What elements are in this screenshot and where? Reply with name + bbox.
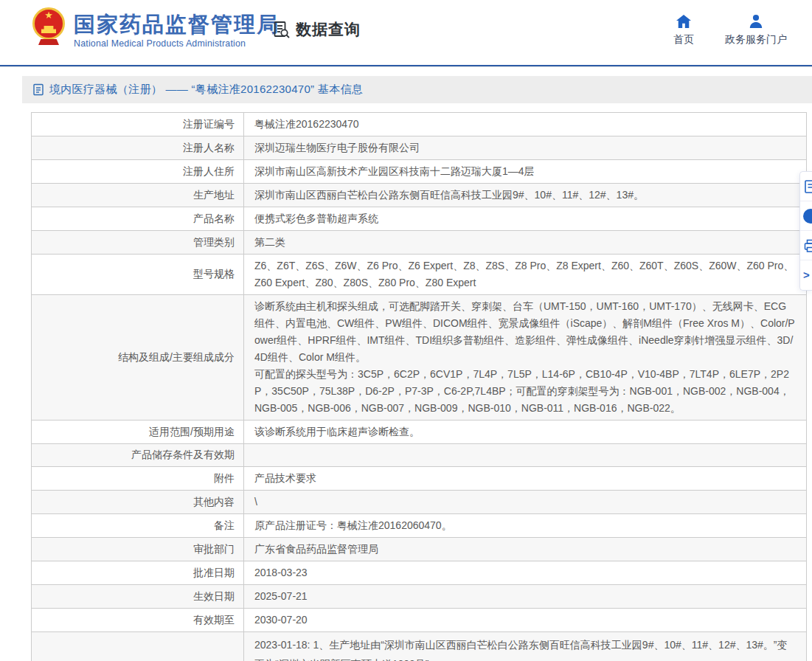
agency-logo[interactable]: ★ [30, 7, 68, 45]
row-label: 产品名称 [32, 207, 244, 230]
row-label: 有效期至 [32, 609, 244, 631]
row-value: 该诊断系统用于临床超声诊断检查。 [244, 421, 806, 443]
row-label: 注册证编号 [32, 113, 244, 136]
row-value: 2023-01-18: 1、生产地址由“深圳市南山区西丽白芒松白公路东侧百旺信高… [244, 632, 806, 661]
agency-name-cn: 国家药品监督管理局 [74, 13, 280, 36]
table-row: 适用范围/预期用途该诊断系统用于临床超声诊断检查。 [32, 421, 806, 444]
row-label: 生产地址 [32, 184, 244, 207]
table-row: 生效日期2025-07-21 [32, 585, 806, 609]
national-emblem-icon: ★ [32, 7, 65, 40]
breadcrumb: 境内医疗器械（注册） —— “粤械注准20162230470” 基本信息 [22, 76, 812, 103]
side-toolbar: > [799, 171, 812, 291]
row-label: 附件 [32, 467, 244, 490]
nav-gov-portal[interactable]: 政务服务门户 [725, 14, 787, 46]
row-label: 审批部门 [32, 538, 244, 561]
table-row: 结构及组成/主要组成成分诊断系统由主机和探头组成，可选配脚踏开关、穿刺架、台车（… [32, 295, 806, 421]
printer-icon [803, 238, 812, 253]
table-row: 其他内容\ [32, 491, 806, 514]
row-label: 产品储存条件及有效期 [32, 444, 244, 466]
home-icon [676, 14, 692, 29]
header-divider-thin [0, 66, 812, 67]
row-label: 批准日期 [32, 561, 244, 584]
side-badge-button[interactable] [800, 201, 812, 231]
row-label: 型号规格 [32, 255, 244, 294]
row-value: 第二类 [244, 231, 806, 254]
row-value: 诊断系统由主机和探头组成，可选配脚踏开关、穿刺架、台车（UMT-150，UMT-… [244, 295, 806, 420]
table-row: 附件产品技术要求 [32, 467, 806, 491]
row-label: 注册人住所 [32, 160, 244, 183]
side-print-button[interactable] [800, 231, 812, 260]
star-icon: ★ [44, 10, 53, 21]
row-value: 便携式彩色多普勒超声系统 [244, 207, 806, 230]
table-row: 管理类别第二类 [32, 231, 806, 255]
row-value: \ [244, 491, 806, 513]
table-row: 注册人住所深圳市南山区高新技术产业园区科技南十二路迈瑞大厦1—4层 [32, 160, 806, 184]
row-value: 深圳市南山区高新技术产业园区科技南十二路迈瑞大厦1—4层 [244, 160, 806, 183]
row-value: 深圳迈瑞生物医疗电子股份有限公司 [244, 136, 806, 159]
table-row: 有效期至2030-07-20 [32, 609, 806, 632]
row-value: 原产品注册证号：粤械注准20162060470。 [244, 514, 806, 537]
table-row: 产品名称便携式彩色多普勒超声系统 [32, 207, 806, 231]
data-query-label: 数据查询 [296, 19, 361, 40]
gate-icon [41, 26, 56, 33]
row-label: 适用范围/预期用途 [32, 421, 244, 443]
nav-gov-portal-label: 政务服务门户 [725, 33, 787, 46]
table-row: 型号规格Z6、Z6T、Z6S、Z6W、Z6 Pro、Z6 Expert、Z8、Z… [32, 255, 806, 295]
row-label: 注册人名称 [32, 136, 244, 159]
row-value: Z6、Z6T、Z6S、Z6W、Z6 Pro、Z6 Expert、Z8、Z8S、Z… [244, 255, 806, 294]
row-label: 备注 [32, 514, 244, 537]
table-row: 注册证编号粤械注准20162230470 [32, 113, 806, 136]
side-collapse-button[interactable]: > [800, 260, 812, 290]
badge-circle-icon [803, 209, 812, 224]
table-row: 批准日期2018-03-23 [32, 561, 806, 585]
row-label: 管理类别 [32, 231, 244, 254]
document-icon [803, 179, 812, 194]
page-header: ★ 国家药品监督管理局 National Medical Products Ad… [0, 0, 812, 65]
row-label: 变更情况 [32, 632, 244, 661]
registration-table: 注册证编号粤械注准20162230470注册人名称深圳迈瑞生物医疗电子股份有限公… [31, 112, 807, 661]
table-row: 审批部门广东省食品药品监督管理局 [32, 538, 806, 561]
row-value: 广东省食品药品监督管理局 [244, 538, 806, 561]
table-row: 生产地址深圳市南山区西丽白芒松白公路东侧百旺信高科技工业园9#、10#、11#、… [32, 184, 806, 207]
row-value: 2018-03-23 [244, 561, 806, 584]
row-value: 粤械注准20162230470 [244, 113, 806, 136]
header-nav: 首页 政务服务门户 [673, 14, 787, 46]
agency-title-block: 国家药品监督管理局 National Medical Products Admi… [74, 13, 280, 49]
ribbon-icon [38, 39, 59, 45]
row-label: 生效日期 [32, 585, 244, 608]
data-query-title[interactable]: 数据查询 [271, 19, 361, 40]
row-value: 产品技术要求 [244, 467, 806, 490]
table-row: 产品储存条件及有效期 [32, 444, 806, 467]
table-row: 变更情况2023-01-18: 1、生产地址由“深圳市南山区西丽白芒松白公路东侧… [32, 632, 806, 661]
side-document-button[interactable] [800, 172, 812, 201]
document-search-icon [271, 20, 291, 40]
row-label: 结构及组成/主要组成成分 [32, 295, 244, 420]
row-label: 其他内容 [32, 491, 244, 513]
nav-home-label: 首页 [673, 33, 694, 46]
nav-home[interactable]: 首页 [673, 14, 694, 46]
row-value: 2025-07-21 [244, 585, 806, 608]
collapse-arrow-icon: > [803, 268, 810, 283]
row-value [244, 444, 806, 466]
agency-name-en: National Medical Products Administration [74, 38, 280, 49]
breadcrumb-title: 境内医疗器械（注册） —— “粤械注准20162230470” 基本信息 [49, 83, 363, 97]
table-row: 注册人名称深圳迈瑞生物医疗电子股份有限公司 [32, 136, 806, 160]
person-icon [748, 14, 764, 29]
row-value: 深圳市南山区西丽白芒松白公路东侧百旺信高科技工业园9#、10#、11#、12#、… [244, 184, 806, 207]
table-row: 备注原产品注册证号：粤械注准20162060470。 [32, 514, 806, 538]
page-icon [32, 83, 44, 96]
row-value: 2030-07-20 [244, 609, 806, 631]
